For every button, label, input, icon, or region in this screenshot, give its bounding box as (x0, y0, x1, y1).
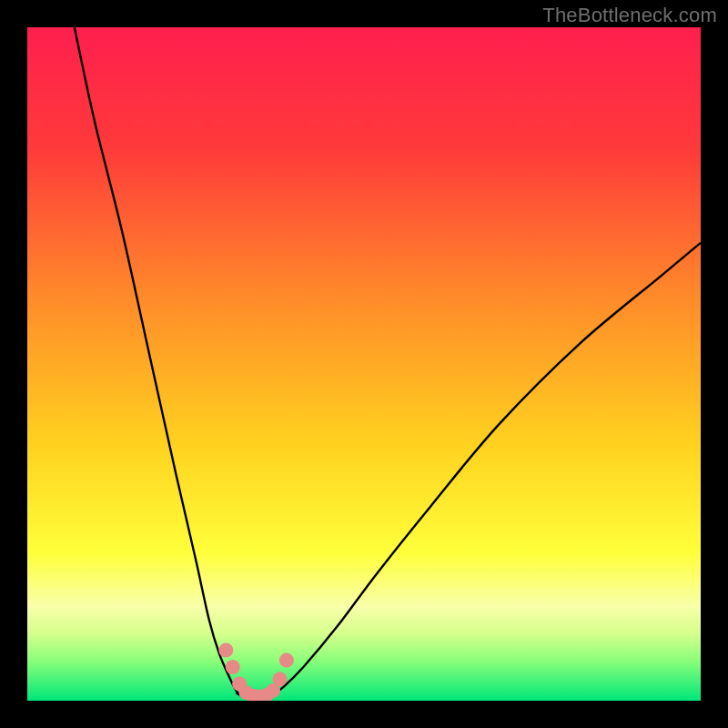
highlight-dot (226, 660, 240, 674)
plot-area (27, 27, 701, 701)
left-branch-path (75, 27, 243, 697)
highlight-dots (218, 643, 294, 702)
right-branch-path (269, 243, 701, 698)
highlight-dot (273, 672, 288, 686)
watermark-text: TheBottleneck.com (542, 4, 717, 27)
highlight-dot (218, 643, 233, 658)
highlight-dot (279, 653, 294, 668)
chart-frame: TheBottleneck.com (0, 0, 728, 728)
curve-layer (27, 27, 701, 701)
